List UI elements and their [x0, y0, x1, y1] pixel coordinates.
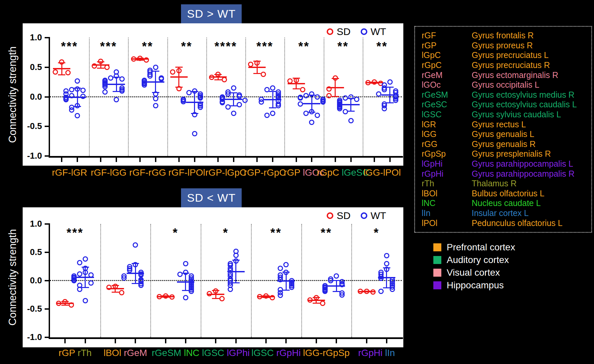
sd-error-cap	[214, 79, 222, 80]
x-label-segment: rGF-lGG	[91, 167, 126, 178]
y-tick-label: 0.0	[23, 275, 42, 286]
x-axis-label: rGpC lGeSC	[317, 167, 369, 178]
significance-stars: *	[374, 226, 379, 240]
sd-point	[65, 70, 71, 75]
region-name: Gyrus genualis L	[472, 129, 534, 139]
wt-point	[159, 76, 164, 82]
region-name: Gyrus precruciatus L	[472, 50, 549, 60]
wt-point	[127, 268, 132, 273]
x-tick	[61, 158, 62, 162]
region-name: Gyrus presplenialis R	[472, 149, 551, 159]
x-tick	[185, 339, 186, 343]
sd-point	[300, 87, 305, 92]
region-legend-row: rGpSpGyrus presplenialis R	[422, 149, 591, 159]
region-legend-row: lGRGyrus rectus L	[422, 119, 591, 129]
color-key-row: Hippocampus	[433, 279, 515, 292]
wt-point	[147, 73, 153, 79]
region-legend-row: lNCNucleus caudate L	[422, 198, 591, 208]
significance-stars: ****	[214, 40, 237, 54]
sd-point	[131, 56, 136, 62]
wt-point	[393, 98, 398, 103]
wt-point	[339, 292, 345, 298]
wt-point	[328, 278, 333, 283]
sd-point	[170, 69, 175, 75]
wt-point	[270, 111, 275, 116]
x-tick	[335, 158, 336, 162]
x-label-segment: rGeM	[124, 348, 147, 358]
wt-point	[198, 105, 203, 110]
region-legend-row: lGSCGyrus sylvius caudalis L	[422, 110, 591, 120]
wt-point	[142, 82, 147, 88]
wt-error-cap	[383, 287, 390, 288]
wt-point	[298, 95, 303, 101]
wt-point	[181, 99, 186, 104]
x-tick	[374, 158, 375, 162]
wt-point	[108, 75, 113, 81]
wt-point	[233, 253, 239, 258]
x-tick	[233, 158, 234, 162]
wt-error-cap	[333, 280, 340, 281]
wt-point	[220, 100, 225, 105]
x-tick	[100, 158, 101, 162]
x-tick	[350, 158, 352, 162]
wt-point	[83, 256, 88, 262]
wt-point	[278, 277, 283, 282]
group-separator	[363, 38, 363, 156]
wt-mean-line	[342, 104, 360, 105]
region-abbr: lGG	[422, 129, 472, 139]
wt-error-cap	[230, 105, 237, 106]
wt-point	[153, 65, 158, 70]
x-tick	[139, 158, 141, 162]
wt-point	[133, 242, 138, 248]
significance-stars: *	[173, 226, 178, 240]
wt-point	[303, 93, 309, 98]
wt-point	[183, 295, 188, 300]
sd-point	[98, 59, 103, 64]
x-axis-label: lBOl rGeM	[104, 348, 147, 358]
color-key-swatch	[433, 243, 441, 251]
region-abbr: lBOl	[422, 189, 472, 198]
color-key-swatch	[433, 281, 441, 289]
color-key-row: Prefrontal cortex	[433, 241, 515, 254]
wt-point	[88, 272, 94, 278]
group-separator	[89, 38, 90, 156]
wt-point	[153, 96, 158, 101]
y-tick-label: -1.0	[23, 151, 42, 161]
y-axis-label-top: Connectivity strength	[7, 46, 19, 143]
y-tick	[45, 252, 49, 253]
x-label-segment: lBOl	[104, 348, 124, 358]
region-name: Gyrus rectus L	[472, 120, 526, 129]
wt-point	[80, 94, 86, 99]
group-separator	[301, 224, 302, 337]
sd-error-cap	[313, 303, 320, 304]
sd-error-cap	[61, 305, 69, 306]
wt-point	[276, 103, 281, 108]
wt-point	[102, 84, 108, 89]
group-separator	[100, 224, 101, 337]
significance-stars: **	[376, 40, 388, 54]
wt-point	[153, 103, 158, 108]
wt-error-cap	[386, 87, 394, 88]
y-tick-label: 1.0	[23, 219, 42, 229]
wt-point	[378, 276, 384, 281]
wt-point	[75, 86, 80, 92]
sd-point	[56, 301, 61, 306]
sd-point	[213, 288, 218, 294]
x-label-segment: lGSC	[202, 348, 227, 358]
wt-error-cap	[269, 107, 276, 108]
wt-point	[337, 106, 342, 111]
wt-point	[119, 88, 125, 94]
sd-point	[176, 86, 182, 91]
wt-point	[384, 267, 389, 272]
sd-error-cap	[253, 73, 261, 74]
x-axis-label: rGF-lPOl	[168, 167, 205, 178]
y-tick	[45, 155, 49, 157]
x-axis-label: lGSC rGpHi	[251, 348, 301, 358]
wt-point	[237, 102, 242, 107]
x-tick	[64, 339, 66, 343]
wt-point	[315, 113, 320, 118]
wt-error-cap	[282, 290, 290, 291]
color-key-row: Auditory cortex	[433, 254, 515, 266]
y-tick-label: -1.0	[23, 332, 42, 342]
group-separator	[351, 224, 352, 337]
